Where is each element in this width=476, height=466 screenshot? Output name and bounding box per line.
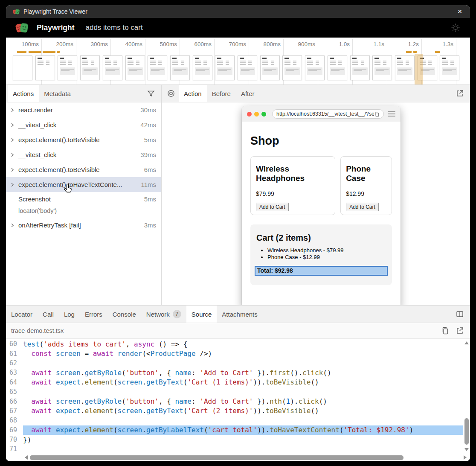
scroll-down-arrow[interactable] — [464, 448, 469, 451]
action-row[interactable]: expect.element().toBeVisible6ms — [6, 162, 161, 177]
action-duration: 11ms — [141, 181, 156, 188]
pick-locator-button[interactable] — [163, 85, 179, 102]
tab-action[interactable]: Action — [179, 85, 207, 102]
action-label: react.render — [18, 106, 137, 114]
tab-errors[interactable]: Errors — [80, 306, 107, 323]
tab-network[interactable]: Network7 — [141, 306, 186, 323]
copy-url-icon[interactable] — [374, 111, 380, 117]
cart-items-list: Wireless Headphones - $79.99Phone Case -… — [267, 247, 388, 260]
chevron-right-icon[interactable] — [10, 138, 18, 142]
timeline-screenshot-thumbnail[interactable] — [350, 55, 370, 80]
chevron-right-icon[interactable] — [10, 183, 18, 187]
action-duration: 5ms — [144, 195, 156, 203]
timeline-screenshot-thumbnail[interactable] — [328, 55, 347, 80]
timeline-screenshot-thumbnail[interactable] — [440, 55, 459, 80]
vertical-scroll-thumb[interactable] — [464, 418, 469, 445]
timeline-screenshot-thumbnail[interactable] — [215, 55, 235, 80]
scroll-right-arrow[interactable] — [464, 455, 467, 460]
settings-gear-icon[interactable] — [450, 23, 461, 33]
timeline-screenshot-thumbnail[interactable] — [238, 55, 257, 80]
action-label: Screenshot — [18, 195, 141, 203]
action-label: expect.element().toHaveTextConte... — [18, 181, 137, 188]
timeline-screenshot-thumbnail[interactable] — [170, 55, 190, 80]
line-code: const screen = await render(<ProductPage… — [23, 349, 463, 358]
timeline-screenshot-thumbnail[interactable] — [282, 55, 302, 80]
source-line: 69 await expect.element(screen.getByLabe… — [6, 425, 463, 435]
timeline-tick-label: 600ms — [183, 41, 212, 47]
chevron-right-icon[interactable] — [10, 168, 18, 172]
line-code — [23, 444, 463, 453]
source-line: 62 — [6, 358, 463, 368]
action-row[interactable]: react.render30ms — [6, 102, 161, 117]
chevron-right-icon[interactable] — [10, 123, 18, 127]
copy-source-icon[interactable] — [441, 326, 450, 335]
toggle-columns-icon[interactable] — [456, 310, 464, 318]
vertical-scrollbar[interactable] — [463, 339, 470, 453]
timeline-screenshot-thumbnail[interactable] — [395, 55, 415, 80]
timeline-screenshot-thumbnail[interactable] — [305, 55, 325, 80]
source-line: 67 await expect.element(screen.getByText… — [6, 406, 463, 416]
add-to-cart-button: Add to Cart — [256, 203, 289, 211]
tab-before[interactable]: Before — [207, 85, 236, 102]
titlebar: Playwright Trace Viewer × — [6, 5, 470, 18]
action-duration: 5ms — [144, 136, 156, 143]
chevron-right-icon[interactable] — [10, 153, 18, 157]
horizontal-scrollbar[interactable] — [6, 453, 470, 461]
timeline-screenshot-thumbnail[interactable] — [193, 55, 212, 80]
chevron-right-icon[interactable] — [10, 223, 18, 227]
line-number: 68 — [6, 416, 23, 424]
brand-name: Playwright — [37, 23, 75, 32]
timeline-screenshot-thumbnail[interactable] — [35, 55, 55, 80]
action-row[interactable]: expect.element().toHaveTextConte...11ms — [6, 177, 161, 192]
open-snapshot-popout-icon[interactable] — [456, 89, 464, 98]
line-number: 65 — [6, 388, 23, 396]
source-line: 68 — [6, 416, 463, 425]
product-card: Phone Case $12.99 Add to Cart — [340, 156, 392, 215]
traffic-light-yellow — [254, 112, 259, 116]
tab-actions[interactable]: Actions — [8, 85, 39, 102]
tab-metadata[interactable]: Metadata — [39, 85, 76, 102]
tab-log[interactable]: Log — [59, 306, 80, 323]
shop-heading: Shop — [250, 134, 392, 148]
tab-source[interactable]: Source — [186, 306, 217, 323]
timeline-screenshot-thumbnail[interactable] — [103, 55, 122, 80]
timeline-screenshot-thumbnail[interactable] — [148, 55, 167, 80]
horizontal-scroll-thumb[interactable] — [30, 455, 403, 460]
product-price: $79.99 — [256, 190, 330, 197]
action-duration: 39ms — [140, 151, 156, 158]
chevron-right-icon[interactable] — [10, 108, 18, 112]
cart-section: Cart (2 items) Wireless Headphones - $79… — [250, 224, 392, 285]
timeline-screenshot-thumbnail[interactable] — [260, 55, 280, 80]
source-line: 63 await screen.getByRole('button', { na… — [6, 368, 463, 377]
timeline-screenshot-thumbnail[interactable] — [13, 55, 32, 80]
tab-after[interactable]: After — [236, 85, 260, 102]
action-row[interactable]: Screenshot5ms — [6, 192, 161, 206]
cart-item: Phone Case - $12.99 — [267, 254, 388, 260]
action-row[interactable]: onAfterRetryTask [fail]3ms — [6, 218, 161, 233]
snapshot-toolbar: Action Before After — [162, 85, 470, 102]
timeline-screenshot-thumbnail[interactable] — [125, 55, 145, 80]
tab-console[interactable]: Console — [107, 306, 141, 323]
details-panel: LocatorCallLogErrorsConsoleNetwork7Sourc… — [6, 305, 470, 461]
action-row[interactable]: expect.element().toBeVisible5ms — [6, 132, 161, 147]
browser-snapshot-window: http://localhost:63315/__vitest_test__/?… — [242, 106, 401, 305]
timeline[interactable]: 100ms200ms300ms400ms500ms600ms700ms800ms… — [6, 38, 470, 85]
timeline-selection-band[interactable] — [415, 54, 423, 84]
menu-icon — [388, 110, 395, 118]
scroll-left-arrow[interactable] — [25, 455, 28, 460]
scroll-up-arrow[interactable] — [464, 341, 469, 344]
open-source-popout-icon[interactable] — [456, 326, 464, 335]
source-code-lines: 60test('adds items to cart', async () =>… — [6, 339, 463, 453]
close-icon[interactable]: × — [454, 6, 466, 17]
target-icon — [167, 89, 175, 98]
tab-locator[interactable]: Locator — [6, 306, 38, 323]
action-row[interactable]: __vitest_click39ms — [6, 147, 161, 162]
tab-attachments[interactable]: Attachments — [217, 306, 262, 323]
timeline-screenshot-thumbnail[interactable] — [372, 55, 392, 80]
timeline-screenshot-thumbnail[interactable] — [58, 55, 77, 80]
timeline-screenshot-thumbnail[interactable] — [80, 55, 100, 80]
action-row[interactable]: __vitest_click42ms — [6, 117, 161, 132]
filter-icon[interactable] — [147, 89, 155, 98]
tab-call[interactable]: Call — [38, 306, 59, 323]
source-file-name: trace-demo.test.tsx — [11, 327, 64, 334]
